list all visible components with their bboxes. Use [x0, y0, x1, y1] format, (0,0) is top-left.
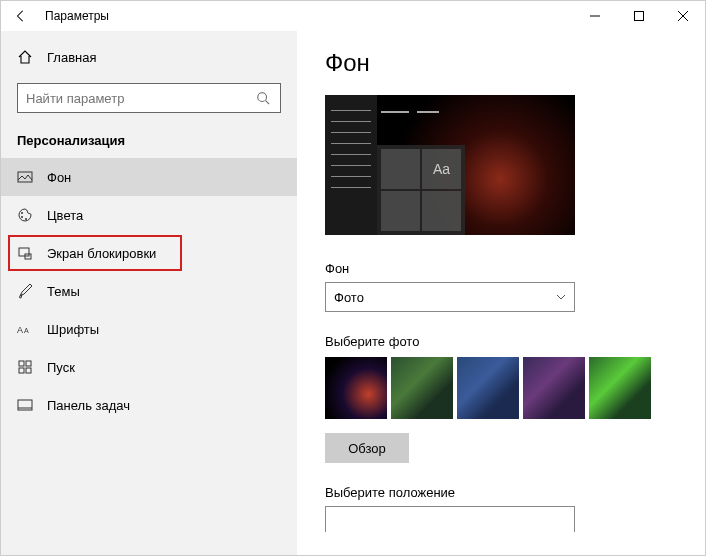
photo-thumbnails: [325, 357, 677, 419]
close-button[interactable]: [661, 1, 705, 31]
svg-point-9: [25, 218, 27, 220]
start-icon: [17, 359, 33, 375]
home-link[interactable]: Главная: [1, 39, 297, 75]
minimize-button[interactable]: [573, 1, 617, 31]
thumbnail[interactable]: [391, 357, 453, 419]
nav-item-lockscreen[interactable]: Экран блокировки: [9, 236, 181, 270]
dropdown-value: Фото: [334, 290, 364, 305]
lockscreen-icon: [17, 245, 33, 261]
maximize-button[interactable]: [617, 1, 661, 31]
svg-rect-17: [26, 368, 31, 373]
svg-rect-16: [19, 368, 24, 373]
thumbnail[interactable]: [523, 357, 585, 419]
home-label: Главная: [47, 50, 96, 65]
nav-item-colors[interactable]: Цвета: [1, 196, 297, 234]
back-button[interactable]: [1, 1, 41, 31]
search-input[interactable]: [26, 91, 256, 106]
nav-item-background[interactable]: Фон: [1, 158, 297, 196]
desktop-preview: Aa: [325, 95, 575, 235]
nav-label: Экран блокировки: [47, 246, 156, 261]
nav-item-start[interactable]: Пуск: [1, 348, 297, 386]
svg-rect-15: [26, 361, 31, 366]
svg-rect-1: [635, 12, 644, 21]
home-icon: [17, 49, 33, 65]
nav-label: Темы: [47, 284, 80, 299]
font-icon: AA: [17, 321, 33, 337]
preview-sample-text: Aa: [422, 149, 461, 189]
position-label: Выберите положение: [325, 485, 677, 500]
svg-point-8: [21, 216, 23, 218]
thumbnail[interactable]: [457, 357, 519, 419]
sidebar: Главная Персонализация Фон Цвета: [1, 31, 297, 555]
nav-label: Фон: [47, 170, 71, 185]
svg-point-4: [258, 93, 267, 102]
window-title: Параметры: [45, 9, 109, 23]
thumbnail[interactable]: [589, 357, 651, 419]
nav-label: Шрифты: [47, 322, 99, 337]
svg-text:A: A: [24, 327, 29, 334]
nav-label: Пуск: [47, 360, 75, 375]
svg-line-5: [266, 101, 270, 105]
nav-label: Цвета: [47, 208, 83, 223]
section-title: Персонализация: [1, 127, 297, 158]
content-area: Фон Aa Фон Фото: [297, 31, 705, 555]
nav-label: Панель задач: [47, 398, 130, 413]
search-box[interactable]: [17, 83, 281, 113]
palette-icon: [17, 207, 33, 223]
background-label: Фон: [325, 261, 677, 276]
svg-rect-10: [19, 248, 29, 256]
background-dropdown[interactable]: Фото: [325, 282, 575, 312]
browse-button[interactable]: Обзор: [325, 433, 409, 463]
nav-item-themes[interactable]: Темы: [1, 272, 297, 310]
picture-icon: [17, 169, 33, 185]
taskbar-icon: [17, 397, 33, 413]
svg-rect-14: [19, 361, 24, 366]
svg-text:A: A: [17, 325, 23, 335]
nav-item-taskbar[interactable]: Панель задач: [1, 386, 297, 424]
brush-icon: [17, 283, 33, 299]
browse-label: Обзор: [348, 441, 386, 456]
position-dropdown[interactable]: [325, 506, 575, 532]
svg-point-7: [21, 212, 23, 214]
titlebar: Параметры: [1, 1, 705, 31]
search-icon: [256, 91, 272, 105]
chevron-down-icon: [556, 294, 566, 300]
thumbnail[interactable]: [325, 357, 387, 419]
nav-item-fonts[interactable]: AA Шрифты: [1, 310, 297, 348]
choose-photo-label: Выберите фото: [325, 334, 677, 349]
page-heading: Фон: [325, 49, 677, 77]
